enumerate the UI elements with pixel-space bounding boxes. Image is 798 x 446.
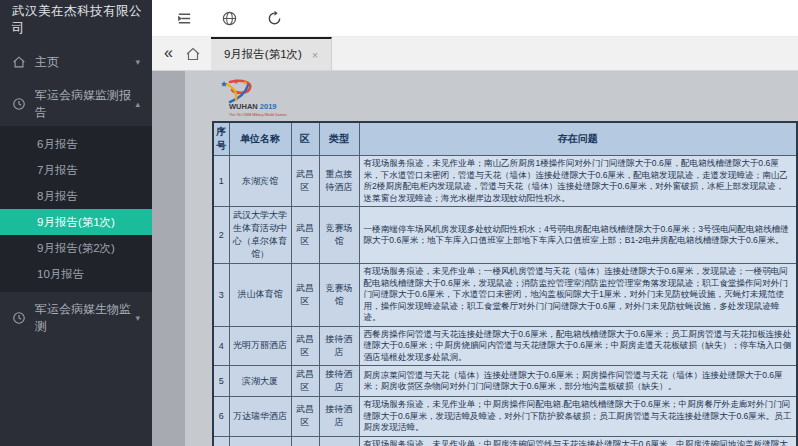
header-unit-name: 单位名称 — [229, 122, 291, 156]
svg-text:The 7th CISM Military World Ga: The 7th CISM Military World Games — [229, 113, 287, 117]
sidebar-section-label: 军运会病媒监测报告 — [35, 87, 135, 121]
cell-unit-name: 滨湖大厦 — [229, 366, 291, 397]
cell-no: 5 — [213, 366, 229, 397]
cell-unit-name: 武汉大学大学生体育活动中心（卓尔体育馆） — [229, 207, 291, 264]
sidebar-section-bio-monitor[interactable]: 军运会病媒生物监测 ▾ — [0, 300, 152, 336]
sidebar-item-label: 主页 — [35, 54, 59, 71]
monitor-report-icon — [12, 97, 26, 111]
cell-no: 1 — [213, 156, 229, 207]
cell-no: 6 — [213, 397, 229, 437]
table-row: 2 武汉大学大学生体育活动中心（卓尔体育馆） 武昌区 竞赛场馆 一楼南端停车场风… — [213, 207, 797, 264]
cell-unit-name: 东湖大厦 — [229, 436, 291, 446]
report-submenu: 6月报告 7月报告 8月报告 9月报告(第1次) 9月报告(第2次) 10月报告 — [0, 126, 152, 292]
report-table-body: 1 东湖宾馆 武昌区 重点接待酒店 有现场服务痕迹，未见作业单；南山乙所厨房1楼… — [213, 156, 797, 446]
chevron-down-icon: ▾ — [135, 313, 140, 323]
sidebar-item-september-report-1[interactable]: 9月报告(第1次) — [0, 209, 152, 235]
cell-no: 3 — [213, 264, 229, 327]
sidebar-item-august-report[interactable]: 8月报告 — [0, 183, 152, 209]
report-page: WUHAN 2019 The 7th CISM Military World G… — [185, 71, 798, 446]
sidebar-item-july-report[interactable]: 7月报告 — [0, 157, 152, 183]
cell-unit-name: 洪山体育馆 — [229, 264, 291, 327]
cell-district: 武昌区 — [291, 326, 319, 366]
cell-type: 竞赛场馆 — [319, 264, 359, 327]
sidebar-section-label: 军运会病媒生物监测 — [35, 301, 135, 335]
tab-close-icon[interactable]: × — [312, 49, 318, 61]
cell-no: 4 — [213, 326, 229, 366]
tab-label: 9月报告(第1次) — [224, 47, 302, 62]
sidebar-section-reports[interactable]: 军运会病媒监测报告 ▴ — [0, 86, 152, 122]
cell-no: 2 — [213, 207, 229, 264]
table-row: 4 光明万丽酒店 武昌区 接待酒店 西餐房操作间管道与天花连接处缝隙大于0.6厘… — [213, 326, 797, 366]
cell-problems: 一楼南端停车场风机房发现多处蚊幼阳性积水；4号弱电房配电箱线槽缝隙大于0.6厘米… — [359, 207, 797, 264]
cell-unit-name: 光明万丽酒店 — [229, 326, 291, 366]
table-row: 1 东湖宾馆 武昌区 重点接待酒店 有现场服务痕迹，未见作业单；南山乙所厨房1楼… — [213, 156, 797, 207]
cell-type: 接待酒店 — [319, 436, 359, 446]
header-problems: 存在问题 — [359, 122, 797, 156]
cell-problems: 有现场服务痕迹，未见作业单；中厨房洗碗间管线与天花连接处缝隙大于0.6厘米，中厨… — [359, 436, 797, 446]
wuhan-2019-logo: WUHAN 2019 The 7th CISM Military World G… — [212, 78, 322, 118]
cell-no: 7 — [213, 436, 229, 446]
table-row: 7 东湖大厦 武昌区 接待酒店 有现场服务痕迹，未见作业单；中厨房洗碗间管线与天… — [213, 436, 797, 446]
tab-home-icon[interactable] — [185, 46, 201, 62]
monitor-bio-icon — [12, 311, 26, 325]
cell-type: 重点接待酒店 — [319, 156, 359, 207]
app-window: 武汉美在杰科技有限公司 主页 ▾ 军运会病媒监测报告 ▴ 6月报告 7月报告 8… — [0, 0, 798, 446]
chevron-down-icon: ▾ — [135, 57, 140, 67]
cell-type: 接待酒店 — [319, 397, 359, 437]
cell-problems: 有现场服务痕迹，未见作业单；南山乙所厨房1楼操作间对外门门间缝隙大于0.6厘，配… — [359, 156, 797, 207]
content-area: WUHAN 2019 The 7th CISM Military World G… — [152, 71, 798, 446]
collapse-tabs-icon[interactable]: « — [152, 44, 183, 64]
cell-unit-name: 东湖宾馆 — [229, 156, 291, 207]
cell-problems: 有现场服务痕迹，未见作业单；一楼风机房管道与天花（墙体）连接处缝隙大于0.6厘米… — [359, 264, 797, 327]
sidebar-item-june-report[interactable]: 6月报告 — [0, 131, 152, 157]
cell-district: 武昌区 — [291, 156, 319, 207]
top-toolbar — [152, 0, 798, 37]
cell-type: 接待酒店 — [319, 366, 359, 397]
cell-district: 武昌区 — [291, 207, 319, 264]
sidebar: 武汉美在杰科技有限公司 主页 ▾ 军运会病媒监测报告 ▴ 6月报告 7月报告 8… — [0, 0, 152, 446]
tab-september-report-1[interactable]: 9月报告(第1次) × — [211, 37, 332, 70]
company-brand: 武汉美在杰科技有限公司 — [0, 0, 152, 40]
header-no: 序号 — [213, 122, 229, 156]
refresh-icon[interactable] — [266, 10, 283, 27]
cell-district: 武昌区 — [291, 397, 319, 437]
cell-problems: 西餐房操作间管道与天花连接处缝隙大于0.6厘米，配电箱线槽缝隙大于0.6厘米；员… — [359, 326, 797, 366]
chevron-up-icon: ▴ — [135, 99, 140, 109]
globe-icon[interactable] — [221, 10, 238, 27]
cell-unit-name: 万达瑞华酒店 — [229, 397, 291, 437]
sidebar-item-october-report[interactable]: 10月报告 — [0, 261, 152, 287]
cell-district: 武昌区 — [291, 264, 319, 327]
cell-district: 武昌区 — [291, 366, 319, 397]
tab-bar: « 9月报告(第1次) × — [152, 37, 798, 71]
main-area: « 9月报告(第1次) × WUHA — [152, 0, 798, 446]
cell-problems: 有现场服务痕迹，未见作业单；中厨房操作间配电箱.配电箱线槽缝隙大于0.6厘米；中… — [359, 397, 797, 437]
inspection-report-table: 序号 单位名称 区 类型 存在问题 1 东湖宾馆 武昌区 重点接待酒店 有现场服… — [212, 121, 798, 446]
header-district: 区 — [291, 122, 319, 156]
home-icon — [12, 55, 26, 69]
table-row: 5 滨湖大厦 武昌区 接待酒店 厨房凉菜间管道与天花（墙体）连接处缝隙大于0.6… — [213, 366, 797, 397]
sidebar-item-september-report-2[interactable]: 9月报告(第2次) — [0, 235, 152, 261]
sidebar-toggle-icon[interactable] — [176, 10, 193, 27]
table-header-row: 序号 单位名称 区 类型 存在问题 — [213, 122, 797, 156]
svg-text:WUHAN 2019: WUHAN 2019 — [229, 102, 277, 111]
cell-type: 接待酒店 — [319, 326, 359, 366]
cell-district: 武昌区 — [291, 436, 319, 446]
cell-type: 竞赛场馆 — [319, 207, 359, 264]
table-row: 3 洪山体育馆 武昌区 竞赛场馆 有现场服务痕迹，未见作业单；一楼风机房管道与天… — [213, 264, 797, 327]
header-type: 类型 — [319, 122, 359, 156]
sidebar-item-home[interactable]: 主页 ▾ — [0, 44, 152, 80]
table-row: 6 万达瑞华酒店 武昌区 接待酒店 有现场服务痕迹，未见作业单；中厨房操作间配电… — [213, 397, 797, 437]
cell-problems: 厨房凉菜间管道与天花（墙体）连接处缝隙大于0.6厘米；厨房操作间管道与天花（墙体… — [359, 366, 797, 397]
